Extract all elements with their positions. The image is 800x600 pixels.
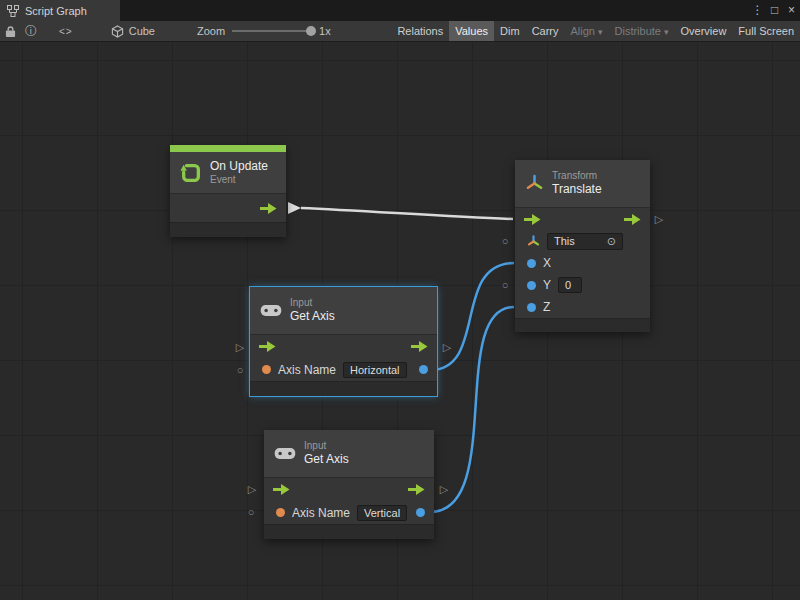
maximize-icon[interactable]: □ [766, 0, 783, 21]
zoom-slider[interactable] [232, 30, 312, 32]
close-icon[interactable]: × [783, 0, 800, 21]
node-category: Transform [552, 170, 602, 183]
zoom-label: Zoom [197, 25, 225, 37]
value-output-port[interactable] [419, 365, 428, 374]
chevron-down-icon: ▾ [598, 27, 603, 37]
flow-arrow-icon [408, 484, 425, 495]
info-icon[interactable]: ⓘ [21, 23, 41, 40]
graph-canvas[interactable]: On Update Event Transform [0, 42, 800, 600]
context-object-name: Cube [129, 25, 155, 37]
port-row-y: Y 0 [515, 274, 650, 296]
script-graph-icon [7, 5, 19, 17]
chevron-down-icon: ▾ [664, 27, 669, 37]
node-footer [515, 318, 650, 332]
tab-title: Script Graph [25, 5, 87, 17]
toolbar-buttons: Relations Values Dim Carry Align▾ Distri… [391, 21, 800, 41]
title-bar: Script Graph ⋮ □ × [0, 0, 800, 21]
this-field-value: This [554, 235, 575, 247]
node-subtitle: Event [210, 174, 268, 187]
node-title: Get Axis [290, 309, 335, 324]
relations-button[interactable]: Relations [391, 21, 449, 41]
value-output-port[interactable] [416, 508, 425, 517]
node-get-axis-vertical[interactable]: Input Get Axis Axis Name [264, 430, 434, 539]
port-proxy-triangle: ▷ [440, 484, 448, 495]
port-row-z: Z [515, 296, 650, 318]
gamepad-icon [274, 447, 296, 460]
node-footer [250, 381, 437, 396]
object-picker-icon[interactable]: ⊙ [607, 235, 616, 248]
port-proxy-circle: ○ [502, 236, 509, 247]
port-label-z: Z [543, 300, 550, 314]
node-category: Input [290, 297, 335, 310]
port-row-control [515, 208, 650, 230]
overview-button[interactable]: Overview [675, 21, 733, 41]
axis-name-input[interactable]: Vertical [357, 505, 407, 521]
full-screen-button[interactable]: Full Screen [732, 21, 800, 41]
y-input-port[interactable] [527, 281, 536, 290]
zoom-slider-knob[interactable] [306, 26, 316, 36]
node-title: Get Axis [304, 452, 349, 467]
control-input-port[interactable] [524, 214, 541, 225]
port-row-this: This ⊙ [515, 230, 650, 252]
node-header: On Update Event [170, 152, 286, 194]
gamepad-icon [260, 304, 282, 317]
flow-arrow-icon [273, 484, 290, 495]
port-proxy-triangle: ▷ [236, 342, 244, 353]
context-object[interactable]: Cube [111, 25, 155, 38]
port-row-control [264, 478, 434, 501]
axis-name-input-port[interactable] [276, 508, 285, 517]
values-button[interactable]: Values [449, 21, 494, 41]
port-proxy-circle: ○ [502, 280, 509, 291]
cube-icon [111, 25, 124, 38]
y-value-input[interactable]: 0 [558, 277, 582, 293]
control-output-port[interactable] [408, 484, 425, 495]
axis-name-input-port[interactable] [262, 365, 271, 374]
port-proxy-circle: ○ [248, 507, 255, 518]
on-update-icon [180, 162, 202, 184]
axis-name-input[interactable]: Horizontal [343, 362, 407, 378]
this-object-field[interactable]: This ⊙ [547, 233, 623, 250]
control-wire-arrow [288, 202, 301, 214]
align-dropdown[interactable]: Align▾ [565, 21, 609, 41]
node-title: On Update [210, 159, 268, 174]
graph-toolbar: ⓘ <> Cube Zoom 1x Relations Values Dim C… [0, 21, 800, 42]
port-proxy-circle: ○ [237, 365, 244, 376]
node-header: Transform Translate [515, 160, 650, 208]
distribute-dropdown[interactable]: Distribute▾ [609, 21, 675, 41]
flow-arrow-icon [524, 214, 541, 225]
port-label-x: X [543, 256, 551, 270]
control-output-port[interactable] [624, 214, 641, 225]
window-menu-icon[interactable]: ⋮ [749, 0, 766, 21]
event-accent-bar [170, 145, 286, 152]
z-input-port[interactable] [527, 303, 536, 312]
edit-source-icon[interactable]: <> [55, 26, 77, 37]
flow-arrow-icon [259, 341, 276, 352]
node-translate[interactable]: Transform Translate [515, 160, 650, 332]
control-input-port[interactable] [273, 484, 290, 495]
node-title: Translate [552, 182, 602, 197]
flow-arrow-icon [260, 203, 277, 214]
lock-icon[interactable] [0, 25, 21, 38]
node-footer [170, 222, 286, 237]
carry-button[interactable]: Carry [526, 21, 565, 41]
control-output-port[interactable] [411, 341, 428, 352]
port-label-y: Y [543, 278, 551, 292]
port-row-x: X [515, 252, 650, 274]
control-output-port[interactable] [260, 203, 277, 214]
zoom-value: 1x [319, 25, 331, 37]
port-label-axis-name: Axis Name [278, 363, 336, 377]
node-header: Input Get Axis [250, 287, 437, 335]
x-input-port[interactable] [527, 259, 536, 268]
node-on-update[interactable]: On Update Event [170, 145, 286, 237]
dim-button[interactable]: Dim [494, 21, 526, 41]
port-proxy-triangle: ▷ [655, 214, 663, 225]
wire-control-onupdate-to-translate[interactable] [301, 208, 513, 219]
control-input-port[interactable] [259, 341, 276, 352]
node-get-axis-horizontal[interactable]: Input Get Axis Axis Name [250, 287, 437, 396]
transform-mini-icon [527, 235, 540, 248]
tab-script-graph[interactable]: Script Graph [0, 0, 120, 21]
port-row-axis-name: Axis Name Horizontal [250, 358, 437, 381]
node-footer [264, 524, 434, 539]
wire-vertical-to-z[interactable] [430, 307, 514, 512]
node-header: Input Get Axis [264, 430, 434, 478]
